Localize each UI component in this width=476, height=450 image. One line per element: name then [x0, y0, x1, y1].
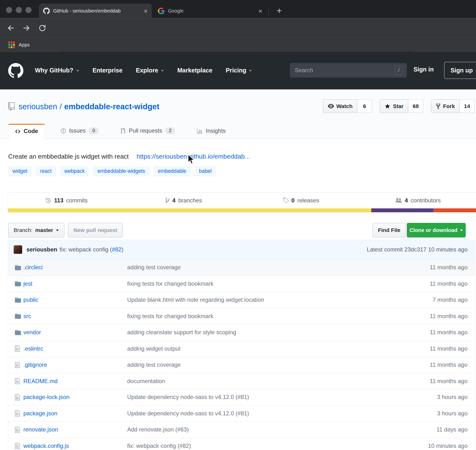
header-nav-item[interactable]: Explore — [136, 67, 164, 74]
tab-code[interactable]: Code — [8, 124, 45, 139]
contributors-stat[interactable]: 4contributors — [359, 197, 476, 204]
tab-issues[interactable]: Issues 0 — [54, 123, 105, 139]
commit-message[interactable]: fixing tests for changed bookmark — [127, 313, 427, 320]
tag-icon — [283, 197, 289, 204]
commit-message[interactable]: Update dependency node-sass to v4.12.0 (… — [127, 410, 435, 417]
file-name[interactable]: vendor — [23, 329, 41, 335]
window-controls[interactable] — [6, 7, 32, 13]
star-count[interactable]: 68 — [408, 99, 423, 113]
commit-author-avatar[interactable] — [14, 245, 22, 254]
find-file-button[interactable]: Find File — [372, 223, 406, 237]
header-nav-item[interactable]: Enterprise — [93, 67, 123, 74]
header-nav-item[interactable]: Marketplace — [177, 67, 212, 74]
github-logo-icon[interactable] — [8, 63, 23, 78]
watch-button[interactable]: Watch — [323, 99, 357, 113]
repo-name-link[interactable]: embeddable-react-widget — [64, 102, 159, 111]
github-search[interactable]: / — [290, 63, 407, 77]
close-window-button[interactable] — [6, 7, 12, 13]
topic-tag[interactable]: embeddable — [154, 166, 191, 177]
nav-label: Marketplace — [177, 67, 212, 74]
table-row[interactable]: jest fixing tests for changed bookmark 1… — [8, 276, 475, 292]
commit-message[interactable]: Add renovate.json (#63) — [127, 426, 434, 433]
file-name[interactable]: .gitignore — [23, 361, 47, 368]
star-button[interactable]: Star — [380, 99, 408, 113]
header-nav-item[interactable]: Why GitHub? — [35, 67, 79, 74]
sign-up-button[interactable]: Sign up — [444, 62, 476, 79]
topic-tag[interactable]: webpack — [60, 166, 89, 177]
fork-count[interactable]: 14 — [460, 99, 475, 113]
commit-message[interactable]: adding cleanslate support for style scop… — [127, 329, 427, 336]
commit-author-link[interactable]: seriousben — [26, 246, 57, 253]
table-row[interactable]: .eslintrc adding widget output 11 months… — [8, 341, 475, 357]
table-row[interactable]: src fixing tests for changed bookmark 11… — [8, 308, 475, 324]
commit-message[interactable]: adding test coverage — [127, 264, 427, 271]
sign-in-link[interactable]: Sign in — [413, 66, 434, 73]
language-bar[interactable] — [8, 208, 476, 212]
new-tab-button[interactable]: + — [274, 6, 284, 16]
file-name[interactable]: public — [23, 297, 39, 303]
table-row[interactable]: public Update blank.html with note regar… — [8, 292, 475, 308]
table-row[interactable]: package-lock.json Update dependency node… — [8, 389, 475, 405]
browser-tab-github[interactable]: GitHub - seriousben/embeddab × — [39, 4, 152, 18]
commit-message[interactable]: fixing tests for changed bookmark — [127, 280, 427, 287]
topic-tag[interactable]: babel — [195, 166, 216, 177]
commit-message[interactable]: documentation — [127, 378, 427, 385]
file-name[interactable]: .eslintrc — [23, 345, 43, 352]
commit-issue-link[interactable]: #82 — [112, 246, 121, 253]
clone-or-download-button[interactable]: Clone or download — [407, 223, 466, 237]
branch-selector[interactable]: Branch: master — [8, 223, 64, 237]
file-name[interactable]: src — [23, 313, 31, 319]
minimize-window-button[interactable] — [16, 7, 22, 13]
close-tab-icon[interactable]: × — [144, 8, 147, 14]
releases-stat[interactable]: 0releases — [242, 197, 359, 204]
table-row[interactable]: .gitignore adding test coverage 11 month… — [8, 357, 475, 373]
tab-pull-requests[interactable]: Pull requests 2 — [114, 123, 181, 139]
latest-commit-meta: Latest commit 23dc317 10 minutes ago — [367, 246, 468, 253]
table-row[interactable]: .circleci adding test coverage 11 months… — [8, 260, 475, 276]
commit-message: fix: webpack config ( — [60, 246, 112, 253]
back-icon[interactable] — [7, 24, 15, 32]
new-pull-request-button[interactable]: New pull request — [68, 223, 123, 237]
fork-button[interactable]: Fork — [431, 99, 460, 113]
repo-owner-link[interactable]: seriousben — [19, 102, 57, 111]
watch-count[interactable]: 6 — [357, 99, 372, 113]
issue-icon — [60, 128, 66, 134]
search-input[interactable] — [290, 67, 381, 74]
close-tab-icon[interactable]: × — [258, 8, 262, 14]
topic-tag[interactable]: widget — [8, 166, 32, 177]
table-row[interactable]: webpack.config.js fix: webpack config (#… — [8, 438, 475, 450]
header-nav-item[interactable]: Pricing — [226, 67, 252, 74]
table-row[interactable]: README.md documentation 11 months ago — [8, 373, 475, 389]
file-name[interactable]: jest — [23, 280, 32, 287]
tab-title: GitHub - seriousben/embeddab — [53, 8, 141, 14]
commit-message[interactable]: adding widget output — [127, 345, 427, 352]
branches-stat[interactable]: 4branches — [125, 197, 242, 204]
commits-stat[interactable]: 113commits — [8, 197, 125, 204]
commit-sha[interactable]: 23dc317 — [404, 246, 426, 252]
apps-shortcut[interactable]: Apps — [19, 42, 30, 48]
file-name[interactable]: renovate.json — [23, 426, 58, 433]
forward-icon[interactable] — [22, 24, 31, 32]
table-row[interactable]: package.json Update dependency node-sass… — [8, 406, 475, 422]
topic-tag[interactable]: embeddable-widgets — [93, 166, 149, 177]
file-name[interactable]: package-lock.json — [23, 394, 70, 400]
commit-message[interactable]: fix: webpack config (#82) — [127, 443, 426, 450]
file-name[interactable]: README.md — [23, 378, 58, 384]
file-name[interactable]: .circleci — [23, 264, 43, 270]
file-name[interactable]: webpack.config.js — [23, 443, 69, 449]
commit-message[interactable]: adding test coverage — [127, 361, 427, 368]
repo-website-link[interactable]: https://seriousben.github.io/embeddab... — [137, 153, 250, 160]
topic-tag[interactable]: react — [36, 166, 56, 177]
folder-icon — [15, 264, 21, 271]
table-row[interactable]: vendor adding cleanslate support for sty… — [8, 324, 475, 341]
commit-message[interactable]: Update blank.html with note regarding wi… — [127, 297, 430, 303]
file-name[interactable]: package.json — [23, 410, 57, 417]
commit-message[interactable]: Update dependency node-sass to v4.12.0 (… — [127, 394, 435, 401]
repo-icon — [8, 102, 15, 111]
table-row[interactable]: renovate.json Add renovate.json (#63) 11… — [8, 422, 475, 438]
browser-tab-google[interactable]: Google × — [154, 4, 267, 18]
maximize-window-button[interactable] — [26, 7, 32, 13]
language-segment — [433, 208, 476, 212]
tab-insights[interactable]: Insights — [191, 123, 232, 139]
reload-icon[interactable] — [38, 24, 46, 32]
